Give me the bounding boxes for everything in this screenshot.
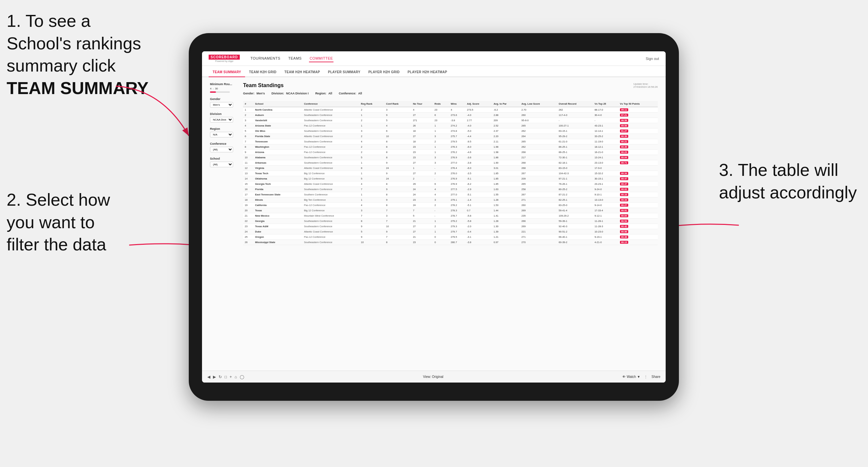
- cell-top25: 13-13-0: [593, 197, 618, 203]
- table-row[interactable]: 7 Tennessee Southeastern Conference 4 8 …: [243, 139, 658, 145]
- col-avg-par[interactable]: Avg. to Par: [492, 101, 520, 107]
- col-no-tour[interactable]: No Tour: [411, 101, 433, 107]
- table-row[interactable]: 13 Texas Tech Big 12 Conference 1 9 27 2…: [243, 171, 658, 176]
- cell-conf-rank: 8: [384, 155, 411, 160]
- col-conference[interactable]: Conference: [302, 101, 359, 107]
- cell-reg-rank: 1: [359, 192, 384, 197]
- cell-reg-rank: 1: [359, 113, 384, 118]
- table-row[interactable]: 10 Alabama Southeastern Conference 5 8 2…: [243, 155, 658, 160]
- table-row[interactable]: 21 New Mexico Mountain West Conference 7…: [243, 213, 658, 219]
- col-adj-score[interactable]: Adj. Score: [465, 101, 492, 107]
- toolbar-view-original[interactable]: View: Original: [423, 375, 443, 379]
- filter-division-label: Division: [210, 112, 237, 116]
- table-row[interactable]: 4 Arizona State Pac-12 Conference 1 4 26…: [243, 123, 658, 128]
- cell-rnds: 3: [433, 160, 449, 165]
- standings-table: # School Conference Reg Rank Conf Rank N…: [243, 101, 658, 245]
- tab-team-h2h-heatmap[interactable]: TEAM H2H HEATMAP: [280, 68, 324, 77]
- table-row[interactable]: 25 Oregon Pac-12 Conference 9 7 21 0 279…: [243, 235, 658, 240]
- cell-avg-par: 2.88: [492, 113, 520, 118]
- table-row[interactable]: 19 California Pac-12 Conference 4 8 24 2…: [243, 203, 658, 208]
- table-row[interactable]: 3 Vanderbilt Southeastern Conference 2 5…: [243, 118, 658, 123]
- cell-reg-rank: 7: [359, 213, 384, 219]
- table-row[interactable]: 2 Auburn Southeastern Conference 1 9 27 …: [243, 113, 658, 118]
- col-conf-rank[interactable]: Conf Rank: [384, 101, 411, 107]
- cell-top25: 11-28-1: [593, 219, 618, 224]
- cell-avg-par: 1.21: [492, 235, 520, 240]
- col-rnds[interactable]: Rnds: [433, 101, 449, 107]
- cell-no-tour: 27: [411, 229, 433, 235]
- table-row[interactable]: 12 Virginia Atlantic Coast Conference 8 …: [243, 165, 658, 171]
- cell-no-tour: 271: [411, 118, 433, 123]
- col-wins[interactable]: Wins: [449, 101, 465, 107]
- table-row[interactable]: 8 Washington Pac-12 Conference 2 8 23 1 …: [243, 145, 658, 150]
- table-row[interactable]: 26 Mississippi State Southeastern Confer…: [243, 240, 658, 245]
- col-rank[interactable]: #: [243, 101, 253, 107]
- toolbar-forward-icon[interactable]: ▶: [213, 375, 216, 379]
- cell-top50: 80.54: [618, 219, 658, 224]
- table-row[interactable]: 24 Duke Atlantic Coast Conference 5 9 27…: [243, 229, 658, 235]
- filter-group-rank: Minimum Rou... 4 - 30: [210, 83, 237, 93]
- cell-reg-rank: 1: [359, 171, 384, 176]
- cell-avg-low: 209: [520, 176, 557, 182]
- school-select[interactable]: (All): [210, 162, 233, 167]
- rank-slider-track[interactable]: [210, 91, 230, 93]
- col-top50[interactable]: Vs Top 50 Points: [618, 101, 658, 107]
- table-row[interactable]: 15 Georgia Tech Atlantic Coast Conferenc…: [243, 182, 658, 187]
- filter-division-key: Division:: [272, 92, 284, 95]
- cell-conference: Southern Conference: [302, 192, 359, 197]
- col-reg-rank[interactable]: Reg Rank: [359, 101, 384, 107]
- toolbar-expand-btn[interactable]: ⋮: [644, 375, 647, 379]
- toolbar-home-icon[interactable]: ⌂: [235, 375, 237, 379]
- cell-avg-par: 1.41: [492, 213, 520, 219]
- toolbar-back-icon[interactable]: ◀: [207, 375, 210, 379]
- sign-out-button[interactable]: Sign out: [646, 57, 659, 61]
- cell-reg-rank: 5: [359, 229, 384, 235]
- col-avg-low[interactable]: Avg. Low Score: [520, 101, 557, 107]
- filter-group-gender: Gender Men's Women's: [210, 97, 237, 107]
- watch-label: Watch: [627, 375, 636, 379]
- nav-committee[interactable]: COMMITTEE: [309, 55, 334, 62]
- table-row[interactable]: 17 East Tennessee State Southern Confere…: [243, 192, 658, 197]
- nav-teams[interactable]: TEAMS: [287, 55, 302, 62]
- col-overall[interactable]: Overall Record: [557, 101, 593, 107]
- toolbar-share-btn[interactable]: Share: [651, 375, 660, 379]
- table-row[interactable]: 16 Florida Southeastern Conference 7 9 2…: [243, 187, 658, 192]
- table-row[interactable]: 5 Ole Miss Southeastern Conference 3 6 1…: [243, 128, 658, 134]
- table-row[interactable]: 9 Arizona Pac-12 Conference 2 8 23 1 276…: [243, 150, 658, 155]
- table-row[interactable]: 1 North Carolina Atlantic Coast Conferen…: [243, 107, 658, 113]
- region-select[interactable]: N/A All: [210, 132, 233, 137]
- cell-overall: 83-15-0: [557, 165, 593, 171]
- table-row[interactable]: 23 Texas A&M Southeastern Conference 9 1…: [243, 224, 658, 229]
- instruction-step2: 2. Select how you want to filter the dat…: [7, 189, 139, 256]
- col-top25[interactable]: Vs Top 25: [593, 101, 618, 107]
- table-row[interactable]: 22 Georgia Southeastern Conference 8 7 2…: [243, 219, 658, 224]
- toolbar-clock-icon[interactable]: ◯: [240, 375, 244, 379]
- toolbar-share-icon[interactable]: □: [224, 375, 227, 379]
- table-row[interactable]: 6 Florida State Atlantic Coast Conferenc…: [243, 134, 658, 139]
- tab-team-h2h-grid[interactable]: TEAM H2H GRID: [245, 68, 280, 77]
- cell-wins: 277.5: [449, 187, 465, 192]
- tab-player-h2h-heatmap[interactable]: PLAYER H2H HEATMAP: [404, 68, 451, 77]
- cell-rank: 2: [243, 113, 253, 118]
- cell-adj-score: -3.8: [465, 160, 492, 165]
- cell-conference: Southeastern Conference: [302, 219, 359, 224]
- tab-team-summary[interactable]: TEAM SUMMARY: [209, 68, 245, 77]
- cell-wins: 276.9: [449, 176, 465, 182]
- toolbar-refresh-icon[interactable]: ↻: [219, 375, 222, 379]
- conference-select[interactable]: (All): [210, 147, 233, 152]
- nav-tournaments[interactable]: TOURNAMENTS: [250, 55, 281, 62]
- division-select[interactable]: NCAA Division I NCAA Division II: [210, 117, 233, 123]
- table-row[interactable]: 11 Arkansas Southeastern Conference 1 9 …: [243, 160, 658, 165]
- gender-select[interactable]: Men's Women's: [210, 102, 233, 107]
- cell-school: Texas Tech: [253, 171, 302, 176]
- tab-player-h2h-grid[interactable]: PLAYER H2H GRID: [364, 68, 404, 77]
- table-row[interactable]: 18 Illinois Big Ten Conference 1 9 23 3 …: [243, 197, 658, 203]
- col-school[interactable]: School: [253, 101, 302, 107]
- score-badge: 80.34: [620, 198, 628, 201]
- table-row[interactable]: 20 Texas Big 12 Conference 3 7 7 - 278.3…: [243, 208, 658, 213]
- cell-avg-par: 1.98: [492, 150, 520, 155]
- toolbar-watch-btn[interactable]: 👁 Watch ▼: [622, 375, 640, 379]
- toolbar-add-icon[interactable]: +: [229, 375, 232, 379]
- tab-player-summary[interactable]: PLAYER SUMMARY: [324, 68, 364, 77]
- table-row[interactable]: 14 Oklahoma Big 12 Conference 5 24 2 - 2…: [243, 176, 658, 182]
